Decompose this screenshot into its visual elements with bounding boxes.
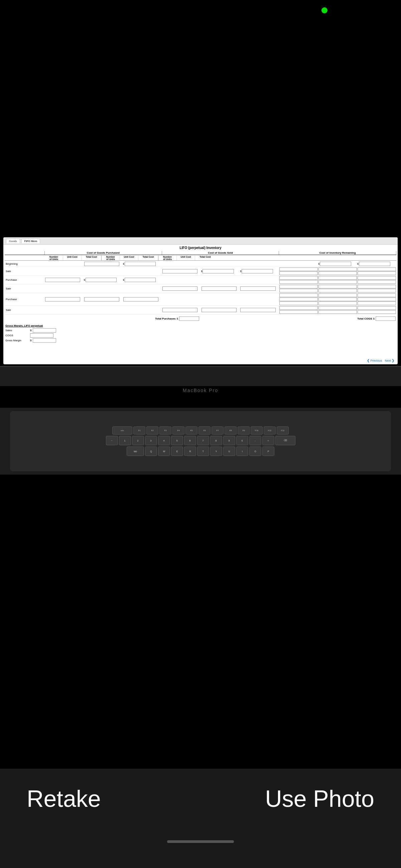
input-s2-re-units-b[interactable]	[279, 289, 318, 292]
input-s3-re-units-b[interactable]	[279, 310, 318, 314]
input-p2-re-ucost-a[interactable]	[318, 293, 357, 297]
input-s2-re-ucost-b[interactable]	[318, 289, 357, 292]
input-p1-re-units-b[interactable]	[279, 280, 318, 284]
use-photo-button[interactable]: Use Photo	[265, 785, 374, 812]
input-s3-re-tcost-a[interactable]	[358, 306, 396, 310]
key-f5[interactable]: F5	[185, 427, 197, 434]
key-minus[interactable]: -	[249, 436, 261, 445]
key-7[interactable]: 7	[197, 436, 209, 445]
key-f3[interactable]: F3	[159, 427, 172, 434]
input-s2-re-units-a[interactable]	[279, 285, 318, 288]
input-s1-re-ucost-a[interactable]	[318, 268, 357, 271]
key-f12[interactable]: F12	[277, 427, 289, 434]
input-s1-re-tcost-b[interactable]	[358, 271, 396, 275]
key-f9[interactable]: F9	[238, 427, 250, 434]
input-p1-pu-units[interactable]	[45, 278, 80, 282]
key-tab[interactable]: tab	[127, 446, 144, 456]
input-gm-gross[interactable]	[33, 338, 56, 343]
input-s3-re-tcost-b[interactable]	[358, 310, 396, 314]
input-p2-re-tcost-c[interactable]	[358, 302, 396, 305]
input-s1-re-ucost-b[interactable]	[318, 271, 357, 275]
key-o[interactable]: O	[249, 446, 261, 456]
key-0[interactable]: 0	[236, 436, 248, 445]
input-p2-pu-tcost[interactable]	[123, 297, 158, 302]
key-u[interactable]: U	[223, 446, 235, 456]
key-f7[interactable]: F7	[212, 427, 223, 434]
key-f8[interactable]: F8	[224, 427, 237, 434]
key-t[interactable]: T	[197, 446, 209, 456]
input-p2-re-units-a[interactable]	[279, 293, 318, 297]
key-r[interactable]: R	[184, 446, 196, 456]
input-p2-re-ucost-c[interactable]	[318, 302, 357, 305]
key-f4[interactable]: F4	[173, 427, 184, 434]
key-4[interactable]: 4	[158, 436, 170, 445]
input-p2-re-units-c[interactable]	[279, 302, 318, 305]
input-p1-re-tcost-b[interactable]	[358, 280, 396, 284]
key-9[interactable]: 9	[223, 436, 235, 445]
key-tilde[interactable]: ~	[106, 436, 118, 445]
input-s3-re-ucost-a[interactable]	[318, 306, 357, 310]
input-s1-re-tcost-a[interactable]	[358, 268, 396, 271]
key-f2[interactable]: F2	[146, 427, 158, 434]
key-f10[interactable]: F10	[251, 427, 263, 434]
input-b-re-ucost[interactable]	[320, 262, 351, 266]
key-plus[interactable]: =	[262, 436, 274, 445]
tab-goods[interactable]: Goods	[6, 239, 20, 243]
input-s3-so-tcost[interactable]	[240, 308, 275, 312]
key-y[interactable]: Y	[210, 446, 222, 456]
tab-fifo-mem[interactable]: FIFO Mem	[21, 239, 40, 243]
input-s1-re-units-a[interactable]	[279, 268, 318, 271]
input-p1-re-ucost-b[interactable]	[318, 280, 357, 284]
input-p1-re-ucost-a[interactable]	[318, 276, 357, 280]
input-s3-re-ucost-b[interactable]	[318, 310, 357, 314]
key-6[interactable]: 6	[184, 436, 196, 445]
retake-button[interactable]: Retake	[27, 785, 101, 812]
input-b-re-tcost[interactable]	[359, 262, 390, 266]
input-p1-pu-ucost[interactable]	[86, 278, 117, 282]
input-p2-re-tcost-a[interactable]	[358, 293, 396, 297]
input-s2-so-units[interactable]	[162, 286, 197, 291]
input-s2-re-tcost-a[interactable]	[358, 285, 396, 288]
key-2[interactable]: 2	[132, 436, 144, 445]
key-w[interactable]: W	[158, 446, 170, 456]
input-s1-so-units[interactable]	[162, 269, 197, 273]
input-total-purchases[interactable]	[179, 316, 199, 321]
key-i[interactable]: I	[236, 446, 248, 456]
key-f11[interactable]: F11	[264, 427, 276, 434]
input-s2-re-ucost-a[interactable]	[318, 285, 357, 288]
input-b-pu-tcost[interactable]	[125, 262, 156, 266]
input-gm-sales[interactable]	[33, 328, 56, 333]
input-s2-so-ucost[interactable]	[202, 286, 237, 291]
input-b-pu-ucost[interactable]	[84, 262, 119, 266]
input-s1-so-tcost[interactable]	[242, 269, 273, 273]
input-p1-re-tcost-a[interactable]	[358, 276, 396, 280]
input-s3-re-units-a[interactable]	[279, 306, 318, 310]
input-s2-so-tcost[interactable]	[240, 286, 275, 291]
key-1[interactable]: 1	[119, 436, 131, 445]
input-p2-re-units-b[interactable]	[279, 298, 318, 301]
input-total-cogs[interactable]	[376, 316, 396, 321]
key-f6[interactable]: F6	[198, 427, 211, 434]
cell-p1-pu-ucost: $	[84, 277, 123, 282]
key-3[interactable]: 3	[145, 436, 157, 445]
key-backspace[interactable]: ⌫	[275, 436, 296, 445]
input-p2-pu-ucost[interactable]	[84, 297, 119, 302]
key-e[interactable]: E	[171, 446, 183, 456]
input-s1-so-ucost[interactable]	[203, 269, 234, 273]
input-p2-re-tcost-b[interactable]	[358, 298, 396, 301]
input-p1-re-units-a[interactable]	[279, 276, 318, 280]
input-gm-cogs[interactable]	[30, 333, 54, 338]
key-f1[interactable]: F1	[133, 427, 145, 434]
input-p2-pu-units[interactable]	[45, 297, 80, 302]
key-p[interactable]: P	[262, 446, 274, 456]
input-s1-re-units-b[interactable]	[279, 271, 318, 275]
input-s2-re-tcost-b[interactable]	[358, 289, 396, 292]
input-p2-re-ucost-b[interactable]	[318, 298, 357, 301]
input-s3-so-ucost[interactable]	[202, 308, 237, 312]
key-5[interactable]: 5	[171, 436, 183, 445]
key-8[interactable]: 8	[210, 436, 222, 445]
input-p1-pu-tcost[interactable]	[125, 278, 156, 282]
input-s3-so-units[interactable]	[162, 308, 197, 312]
key-esc[interactable]: esc	[112, 427, 132, 434]
key-q[interactable]: Q	[145, 446, 157, 456]
